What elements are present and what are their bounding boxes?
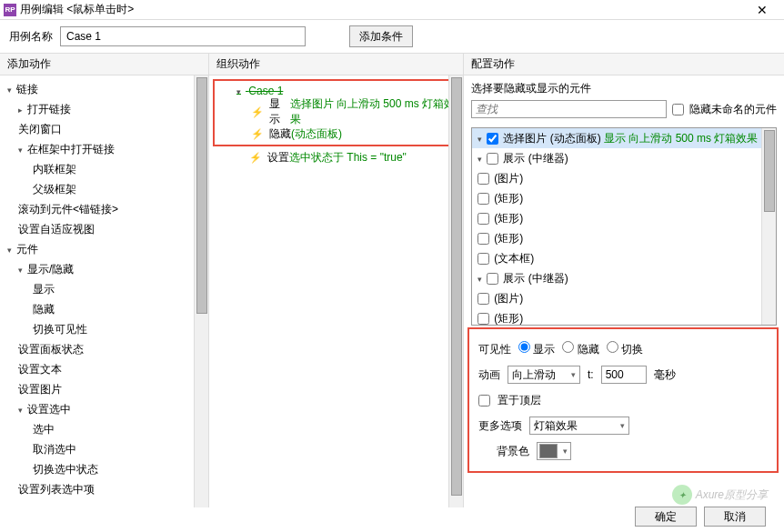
choose-element-label: 选择要隐藏或显示的元件	[471, 81, 777, 96]
elem-checkbox[interactable]	[477, 233, 489, 245]
radio-show[interactable]: 显示	[518, 341, 555, 357]
tree-inline-frame[interactable]: 内联框架	[0, 159, 208, 179]
tree-toggle-vis[interactable]: 切换可见性	[0, 319, 208, 339]
elem-checkbox[interactable]	[487, 153, 498, 165]
elem-checkbox[interactable]	[477, 253, 489, 265]
caret-icon	[236, 85, 246, 97]
tree-parent-frame[interactable]: 父级框架	[0, 179, 208, 199]
caret-icon	[477, 152, 487, 165]
scrollbar[interactable]	[761, 128, 776, 325]
scrollbar[interactable]	[194, 75, 208, 507]
tree-show[interactable]: 显示	[0, 279, 208, 299]
more-options-label: 更多选项	[478, 418, 522, 434]
caret-icon	[7, 243, 16, 256]
org-action-set[interactable]: ⚡设置 选中状态于 This = "true"	[213, 146, 463, 168]
tree-scroll-to[interactable]: 滚动到元件<锚链接>	[0, 199, 208, 219]
elem-checkbox[interactable]	[477, 293, 489, 305]
caret-icon	[18, 103, 27, 115]
duration-input[interactable]	[601, 366, 647, 384]
hide-unnamed-label: 隐藏未命名的元件	[689, 102, 777, 117]
elem-row[interactable]: (矩形)	[472, 308, 776, 326]
org-action-header: 组织动作	[209, 54, 463, 75]
caret-icon	[18, 263, 27, 276]
tree-set-text[interactable]: 设置文本	[0, 359, 208, 379]
radio-toggle[interactable]: 切换	[607, 341, 643, 357]
element-tree[interactable]: 选择图片 (动态面板) 显示 向上滑动 500 ms 灯箱效果 展示 (中继器)…	[471, 127, 777, 326]
tree-links[interactable]: 链接	[0, 79, 208, 99]
tree-widgets[interactable]: 元件	[0, 239, 208, 259]
hide-unnamed-checkbox[interactable]	[672, 104, 684, 115]
elem-checkbox[interactable]	[477, 213, 489, 225]
tree-close-window[interactable]: 关闭窗口	[0, 119, 208, 139]
tree-hide[interactable]: 隐藏	[0, 299, 208, 319]
tree-show-hide[interactable]: 显示/隐藏	[0, 259, 208, 279]
anim-label: 动画	[478, 367, 500, 383]
caret-icon	[18, 403, 27, 416]
color-swatch-icon	[539, 444, 558, 458]
radio-hide[interactable]: 隐藏	[562, 341, 598, 357]
t-label: t:	[588, 368, 594, 381]
elem-checkbox[interactable]	[477, 173, 489, 185]
bolt-icon: ⚡	[249, 152, 262, 164]
bgcolor-label: 背景色	[497, 444, 529, 459]
elem-row[interactable]: (图片)	[472, 168, 776, 188]
elem-row[interactable]: (矩形)	[472, 188, 776, 208]
add-condition-button[interactable]: 添加条件	[349, 25, 413, 47]
tree-open-in-frame[interactable]: 在框架中打开链接	[0, 139, 208, 159]
caret-icon	[18, 143, 27, 156]
elem-row[interactable]: 展示 (中继器)	[472, 268, 776, 288]
tree-set-image[interactable]: 设置图片	[0, 379, 208, 399]
elem-row[interactable]: (矩形)	[472, 228, 776, 248]
tree-set-selected[interactable]: 设置选中	[0, 399, 208, 419]
caret-icon	[477, 132, 487, 145]
caret-icon	[477, 272, 487, 285]
close-button[interactable]: ✕	[744, 0, 780, 20]
scrollbar[interactable]	[448, 75, 463, 507]
bring-to-front-label: 置于顶层	[498, 393, 541, 408]
search-input[interactable]	[471, 100, 667, 118]
elem-row[interactable]: (文本框)	[472, 248, 776, 268]
tree-selected[interactable]: 选中	[0, 419, 208, 439]
tree-set-adaptive[interactable]: 设置自适应视图	[0, 219, 208, 239]
tree-toggle-sel[interactable]: 切换选中状态	[0, 459, 208, 479]
ok-button[interactable]: 确定	[635, 507, 697, 527]
case-name-label: 用例名称	[9, 29, 53, 45]
elem-checkbox[interactable]	[487, 133, 498, 145]
elem-row[interactable]: (图片)	[472, 288, 776, 308]
more-options-select[interactable]: 灯箱效果	[529, 417, 629, 435]
anim-select[interactable]: 向上滑动	[508, 366, 580, 384]
elem-checkbox[interactable]	[487, 273, 498, 285]
visibility-label: 可见性	[478, 342, 511, 357]
tree-open-link[interactable]: 打开链接	[0, 99, 208, 119]
org-action-show[interactable]: ⚡显示 选择图片 向上滑动 500 ms 灯箱效果	[215, 101, 456, 123]
tree-set-list-sel[interactable]: 设置列表选中项	[0, 479, 208, 499]
config-action-header: 配置动作	[464, 54, 784, 75]
elem-checkbox[interactable]	[477, 193, 489, 205]
tree-set-panel-state[interactable]: 设置面板状态	[0, 339, 208, 359]
elem-row-selected[interactable]: 选择图片 (动态面板) 显示 向上滑动 500 ms 灯箱效果	[472, 128, 776, 148]
window-title: 用例编辑 <鼠标单击时>	[20, 2, 744, 17]
elem-checkbox[interactable]	[477, 313, 489, 325]
cancel-button[interactable]: 取消	[704, 507, 766, 527]
bolt-icon: ⚡	[251, 128, 264, 140]
app-icon: RP	[4, 4, 16, 16]
case-name-input[interactable]	[60, 26, 306, 46]
tree-deselect[interactable]: 取消选中	[0, 439, 208, 459]
bring-to-front-checkbox[interactable]	[478, 395, 490, 407]
elem-row[interactable]: (矩形)	[472, 208, 776, 228]
caret-icon	[7, 83, 16, 95]
bolt-icon: ⚡	[251, 106, 264, 118]
ms-label: 毫秒	[654, 367, 676, 383]
add-action-header: 添加动作	[0, 54, 208, 75]
bgcolor-picker[interactable]	[537, 442, 571, 460]
elem-row[interactable]: 展示 (中继器)	[472, 148, 776, 168]
